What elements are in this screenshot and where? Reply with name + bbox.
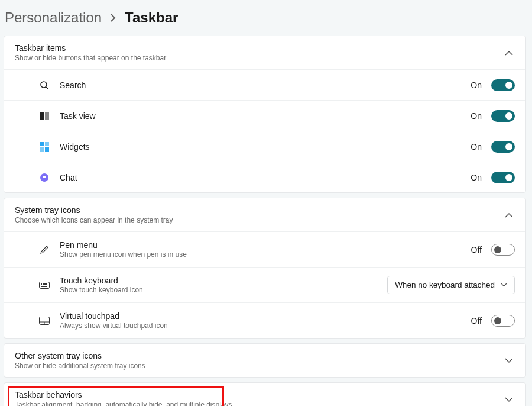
row-label: Touch keyboard bbox=[60, 276, 378, 285]
section-header-taskbar-items[interactable]: Taskbar items Show or hide buttons that … bbox=[4, 36, 525, 69]
toggle-state-text: On bbox=[465, 173, 482, 182]
svg-rect-6 bbox=[40, 147, 44, 152]
section-subtitle: Show or hide buttons that appear on the … bbox=[15, 54, 503, 62]
search-icon bbox=[38, 80, 50, 90]
chevron-up-icon[interactable] bbox=[503, 50, 515, 56]
row-label: Chat bbox=[60, 173, 456, 182]
widgets-icon bbox=[38, 142, 50, 152]
chevron-down-icon[interactable] bbox=[503, 358, 515, 363]
search-toggle[interactable] bbox=[491, 79, 515, 91]
touchpad-icon bbox=[38, 317, 50, 325]
row-sublabel: Show pen menu icon when pen is in use bbox=[60, 250, 456, 259]
dropdown-value: When no keyboard attached bbox=[395, 281, 495, 289]
svg-rect-3 bbox=[45, 112, 49, 120]
section-taskbar-behaviors: Taskbar behaviors Taskbar alignment, bad… bbox=[4, 382, 526, 406]
svg-rect-10 bbox=[40, 282, 50, 288]
svg-rect-9 bbox=[43, 176, 46, 178]
svg-rect-13 bbox=[44, 283, 46, 285]
section-other-tray-icons: Other system tray icons Show or hide add… bbox=[4, 343, 526, 378]
row-task-view: Task view On bbox=[4, 100, 525, 131]
row-label: Task view bbox=[60, 111, 456, 121]
row-label: Widgets bbox=[60, 142, 456, 152]
section-taskbar-items: Taskbar items Show or hide buttons that … bbox=[4, 36, 526, 193]
svg-rect-14 bbox=[46, 283, 47, 285]
section-title: System tray icons bbox=[15, 205, 503, 215]
row-widgets: Widgets On bbox=[4, 131, 525, 162]
row-touch-keyboard: Touch keyboard Show touch keyboard icon … bbox=[4, 267, 525, 302]
row-label: Virtual touchpad bbox=[60, 311, 456, 321]
toggle-state-text: Off bbox=[465, 316, 482, 326]
row-search: Search On bbox=[4, 69, 525, 100]
section-header-other-tray[interactable]: Other system tray icons Show or hide add… bbox=[4, 344, 525, 377]
section-header-system-tray[interactable]: System tray icons Choose which icons can… bbox=[4, 198, 525, 231]
pen-menu-toggle[interactable] bbox=[491, 244, 515, 256]
virtual-touchpad-toggle[interactable] bbox=[491, 315, 515, 327]
taskview-icon bbox=[38, 112, 50, 120]
toggle-state-text: On bbox=[465, 80, 482, 90]
row-label: Search bbox=[60, 80, 456, 90]
chat-icon bbox=[38, 173, 50, 182]
row-pen-menu: Pen menu Show pen menu icon when pen is … bbox=[4, 231, 525, 267]
row-chat: Chat On bbox=[4, 162, 525, 192]
row-sublabel: Always show virtual touchpad icon bbox=[60, 321, 456, 330]
section-subtitle: Show or hide additional system tray icon… bbox=[15, 362, 503, 370]
row-label: Pen menu bbox=[60, 240, 456, 250]
chat-toggle[interactable] bbox=[491, 172, 515, 183]
svg-rect-7 bbox=[45, 147, 49, 152]
section-subtitle: Taskbar alignment, badging, automaticall… bbox=[15, 401, 503, 406]
section-system-tray-icons: System tray icons Choose which icons can… bbox=[4, 198, 526, 339]
section-subtitle: Choose which icons can appear in the sys… bbox=[15, 216, 503, 224]
breadcrumb: Personalization Taskbar bbox=[4, 5, 526, 36]
touch-keyboard-dropdown[interactable]: When no keyboard attached bbox=[387, 276, 515, 294]
row-sublabel: Show touch keyboard icon bbox=[60, 286, 378, 294]
row-virtual-touchpad: Virtual touchpad Always show virtual tou… bbox=[4, 302, 525, 338]
pen-icon bbox=[38, 245, 50, 254]
chevron-down-icon[interactable] bbox=[503, 397, 515, 402]
toggle-state-text: On bbox=[465, 142, 482, 152]
keyboard-icon bbox=[38, 282, 50, 289]
task-view-toggle[interactable] bbox=[491, 110, 515, 122]
chevron-right-icon bbox=[110, 13, 116, 22]
section-title: Taskbar behaviors bbox=[15, 390, 503, 399]
breadcrumb-current: Taskbar bbox=[125, 9, 178, 26]
chevron-down-icon bbox=[501, 283, 507, 287]
section-header-taskbar-behaviors[interactable]: Taskbar behaviors Taskbar alignment, bad… bbox=[4, 383, 525, 406]
toggle-state-text: Off bbox=[465, 245, 482, 254]
svg-point-0 bbox=[41, 82, 47, 88]
svg-line-1 bbox=[46, 87, 48, 89]
section-title: Other system tray icons bbox=[15, 351, 503, 360]
section-title: Taskbar items bbox=[15, 43, 503, 53]
svg-rect-15 bbox=[41, 286, 47, 287]
chevron-up-icon[interactable] bbox=[503, 212, 515, 218]
svg-rect-12 bbox=[43, 283, 44, 285]
breadcrumb-parent[interactable]: Personalization bbox=[5, 9, 102, 26]
svg-rect-4 bbox=[40, 142, 44, 146]
widgets-toggle[interactable] bbox=[491, 141, 515, 153]
svg-rect-2 bbox=[40, 112, 44, 120]
svg-rect-11 bbox=[41, 283, 42, 285]
svg-rect-5 bbox=[45, 142, 49, 146]
toggle-state-text: On bbox=[465, 111, 482, 121]
